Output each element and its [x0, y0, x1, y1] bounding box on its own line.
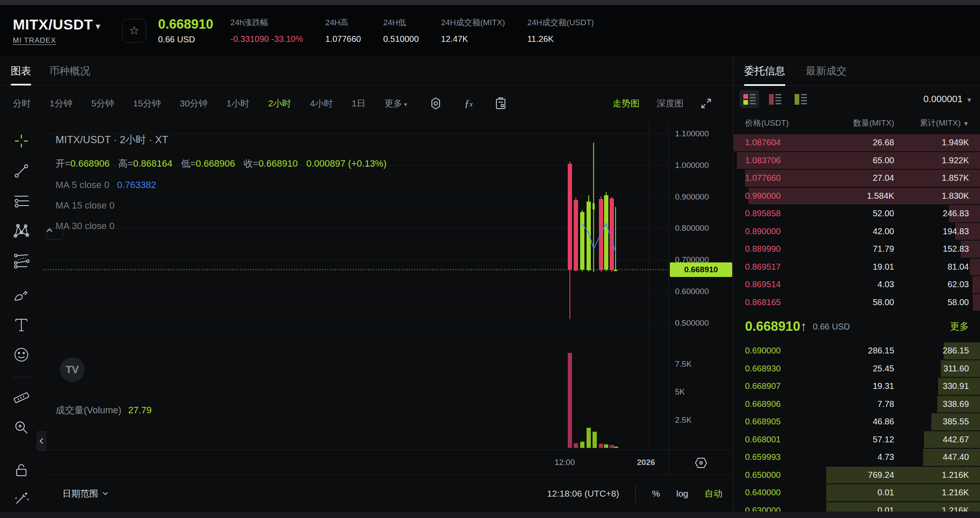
- xabcd-pattern-tool[interactable]: [13, 222, 30, 239]
- indicators-button[interactable]: ƒx: [464, 97, 473, 109]
- bid-row[interactable]: 0.66800157.12442.67: [734, 431, 980, 449]
- ask-row[interactable]: 0.86816558.0058.00: [734, 294, 980, 312]
- last-price: 0.668910: [158, 17, 213, 32]
- timeframe-15分钟[interactable]: 15分钟: [133, 97, 161, 109]
- legend-title: MITX/USDT · 2小时 · XT: [56, 133, 387, 147]
- ask-row[interactable]: 1.08370665.001.922K: [734, 152, 980, 170]
- tab-order-info[interactable]: 委托信息: [744, 56, 785, 86]
- trend-line-tool[interactable]: [13, 162, 30, 180]
- ruler-icon: [13, 389, 30, 406]
- price-scale[interactable]: 0.668910 1.1000001.0000000.9000000.80000…: [669, 121, 733, 450]
- bid-row[interactable]: 0.66890546.86385.55: [734, 413, 980, 431]
- trend-chart-toggle[interactable]: 走势图: [613, 97, 640, 109]
- book-asks-icon: [769, 94, 774, 105]
- emoji-tool[interactable]: [13, 346, 30, 363]
- clock[interactable]: 12:18:06 (UTC+8): [547, 489, 619, 499]
- book-view-bids[interactable]: [791, 90, 810, 108]
- bids-list: 0.690000286.15286.150.66893025.45311.600…: [734, 342, 980, 518]
- tradingview-logo[interactable]: TV: [60, 357, 85, 382]
- time-tick: 12:00: [555, 458, 575, 467]
- current-price-tag: 0.668910: [670, 262, 732, 277]
- price-tick: 0.500000: [675, 318, 709, 328]
- bid-row[interactable]: 0.66890719.31330.91: [734, 377, 980, 395]
- ask-row[interactable]: 1.08760426.681.949K: [734, 134, 980, 152]
- candle-style-button[interactable]: [429, 97, 442, 110]
- fx-icon: ƒx: [464, 97, 473, 109]
- crosshair-tool[interactable]: [13, 132, 30, 150]
- candlestick-chart[interactable]: MITX/USDT · 2小时 · XT 开=0.668906 高=0.8681…: [43, 121, 669, 450]
- orderbook-controls: 0.000001▼: [734, 86, 980, 112]
- chevron-down-icon: ▼: [966, 96, 972, 103]
- timeframe-4小时[interactable]: 4小时: [310, 97, 333, 109]
- legend-change: 0.000897 (+0.13%): [306, 158, 387, 169]
- pair-selector[interactable]: MITX/USDT▾: [13, 16, 120, 33]
- precision-dropdown[interactable]: 0.000001▼: [923, 94, 972, 105]
- ask-row[interactable]: 0.8695144.0362.03: [734, 276, 980, 294]
- price-tick: 0.900000: [675, 192, 709, 202]
- ticker-price: 0.668910↑: [745, 319, 807, 334]
- header-stats: 24h涨跌幅-0.331090 -33.10%24H高1.07766024H低0…: [230, 17, 616, 44]
- timeframe-1小时[interactable]: 1小时: [226, 97, 249, 109]
- timeframe-30分钟[interactable]: 30分钟: [180, 97, 208, 109]
- chevron-up-icon: [47, 228, 53, 232]
- ask-row[interactable]: 0.89000042.00194.83: [734, 223, 980, 241]
- ma5-row: MA 5 close 00.763382: [56, 180, 387, 191]
- axis-settings-corner[interactable]: [669, 450, 733, 475]
- xabcd-pattern-icon: [13, 222, 30, 239]
- bid-row[interactable]: 0.650000769.241.216K: [734, 466, 980, 484]
- timeframe-2小时[interactable]: 2小时: [268, 97, 291, 109]
- ticker-usd: 0.66 USD: [813, 322, 850, 332]
- tradingview-logo-glyph: TV: [66, 364, 79, 376]
- measure-tool[interactable]: [13, 389, 30, 406]
- timeframe-分时[interactable]: 分时: [13, 97, 31, 109]
- more-timeframes-button[interactable]: 更多▾: [384, 97, 407, 109]
- book-view-both[interactable]: [739, 90, 759, 108]
- panel-tab-bar: 委托信息 最新成交: [734, 56, 980, 86]
- chart-section: 图表 币种概况 分时1分钟5分钟15分钟30分钟1小时2小时4小时1日 更多▾ …: [0, 56, 733, 512]
- lock-tool[interactable]: [13, 462, 30, 479]
- exchange-link[interactable]: MI TRADEX: [13, 36, 56, 45]
- bid-row[interactable]: 0.6400000.011.216K: [734, 484, 980, 502]
- tab-chart[interactable]: 图表: [11, 56, 31, 85]
- brush-tool[interactable]: [13, 286, 30, 303]
- zoom-tool[interactable]: [13, 419, 30, 436]
- tab-coin-overview[interactable]: 币种概况: [49, 56, 90, 85]
- magic-eraser-tool[interactable]: [13, 490, 30, 507]
- favorite-button[interactable]: ☆: [122, 19, 146, 43]
- ask-row[interactable]: 0.9900001.584K1.830K: [734, 187, 980, 205]
- tab-latest-trades[interactable]: 最新成交: [806, 56, 847, 86]
- bid-row[interactable]: 0.690000286.15286.15: [734, 342, 980, 360]
- date-range-button[interactable]: 日期范围: [62, 488, 108, 500]
- fullscreen-icon[interactable]: [701, 98, 712, 109]
- legend-collapse-button[interactable]: [46, 228, 63, 240]
- book-view-asks[interactable]: [765, 90, 785, 108]
- more-link[interactable]: 更多: [950, 320, 969, 333]
- col-total[interactable]: 累计(MITX) ▼: [920, 118, 969, 129]
- orderbook-panel: 委托信息 最新成交 0.000001▼ 价格(USDT) 数量(MITX) 累计…: [733, 56, 980, 518]
- ask-row[interactable]: 0.86951719.0181.04: [734, 258, 980, 276]
- timeframe-1分钟[interactable]: 1分钟: [50, 97, 73, 109]
- ma15-row: MA 15 close 0: [56, 200, 387, 211]
- log-scale-button[interactable]: log: [676, 489, 688, 499]
- percent-scale-button[interactable]: %: [652, 489, 660, 499]
- text-tool[interactable]: [13, 316, 30, 333]
- stat-24H成交额(USDT): 24H成交额(USDT)11.26K: [527, 17, 594, 44]
- depth-chart-toggle[interactable]: 深度图: [657, 97, 684, 109]
- price-tick: 1.000000: [675, 161, 709, 170]
- auto-scale-button[interactable]: 自动: [704, 488, 722, 500]
- timeframe-1日[interactable]: 1日: [352, 97, 366, 109]
- volume-tick: 2.5K: [675, 415, 692, 425]
- bid-row[interactable]: 0.6599934.73447.40: [734, 448, 980, 466]
- bid-row[interactable]: 0.6689067.78338.69: [734, 395, 980, 413]
- ask-row[interactable]: 0.88999071.79152.83: [734, 240, 980, 258]
- clipboard-icon: [495, 97, 507, 110]
- ask-row[interactable]: 0.89585852.00246.83: [734, 205, 980, 223]
- bid-row[interactable]: 0.66893025.45311.60: [734, 360, 980, 378]
- parallel-channel-tool[interactable]: [13, 252, 30, 269]
- ask-row[interactable]: 1.07766027.041.857K: [734, 169, 980, 187]
- time-axis[interactable]: 12:002026: [43, 450, 733, 475]
- timeframe-5分钟[interactable]: 5分钟: [91, 97, 114, 109]
- horizontal-lines-icon: [13, 193, 30, 209]
- horizontal-line-tool[interactable]: [13, 192, 30, 209]
- order-template-button[interactable]: [495, 97, 507, 110]
